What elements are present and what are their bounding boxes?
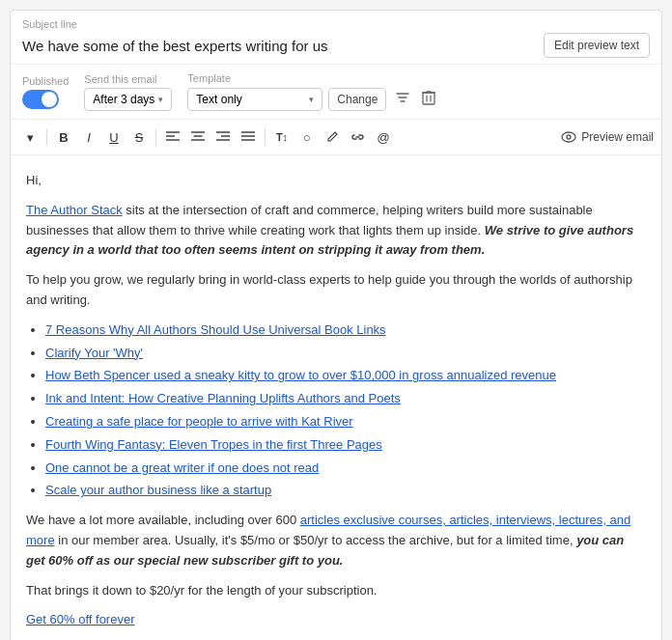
svg-point-2 bbox=[567, 135, 571, 139]
dropdown-arrow-button[interactable]: ▾ bbox=[18, 125, 42, 149]
para3-prefix: We have a lot more available, including … bbox=[26, 513, 300, 527]
editor-toolbar: ▾ B I U S T↕ ○ @ bbox=[11, 120, 661, 155]
article-link[interactable]: 7 Reasons Why All Authors Should Use Uni… bbox=[45, 322, 386, 337]
list-item: Fourth Wing Fantasy: Eleven Tropes in th… bbox=[45, 435, 646, 456]
published-toggle[interactable] bbox=[22, 90, 59, 109]
link-icon bbox=[350, 131, 365, 143]
subject-bar: Subject line We have some of the best ex… bbox=[11, 11, 661, 65]
trash-icon-button[interactable] bbox=[419, 87, 438, 111]
svg-rect-0 bbox=[423, 93, 434, 104]
controls-row: Published Send this email After 3 days ▾… bbox=[11, 65, 661, 120]
pen-button[interactable] bbox=[321, 125, 344, 149]
filter-icon bbox=[395, 90, 410, 105]
filter-icon-button[interactable] bbox=[392, 87, 413, 111]
align-right-button[interactable] bbox=[211, 125, 235, 149]
para2: To help you grow, we regularly bring in … bbox=[26, 270, 646, 311]
send-value: After 3 days bbox=[93, 93, 154, 106]
align-left-button[interactable] bbox=[161, 125, 184, 149]
article-link[interactable]: Clarify Your 'Why' bbox=[45, 346, 143, 360]
published-toggle-wrap bbox=[22, 90, 69, 109]
pen-icon bbox=[325, 130, 339, 144]
circle-button[interactable]: ○ bbox=[295, 125, 319, 149]
list-item: Ink and Intent: How Creative Planning Up… bbox=[45, 389, 646, 409]
published-label: Published bbox=[22, 75, 69, 87]
list-item: 7 Reasons Why All Authors Should Use Uni… bbox=[45, 320, 646, 341]
align-center-button[interactable] bbox=[186, 125, 210, 149]
para3: We have a lot more available, including … bbox=[26, 511, 646, 570]
toolbar-separator bbox=[265, 128, 266, 146]
toolbar-separator bbox=[155, 128, 156, 146]
preview-email-button[interactable]: Preview email bbox=[561, 130, 654, 144]
author-stack-link[interactable]: The Author Stack bbox=[26, 203, 123, 217]
mention-button[interactable]: @ bbox=[372, 125, 395, 149]
email-editor-container: Subject line We have some of the best ex… bbox=[10, 10, 662, 640]
article-link[interactable]: One cannot be a great writer if one does… bbox=[45, 460, 319, 475]
published-group: Published bbox=[22, 75, 69, 109]
underline-button[interactable]: U bbox=[102, 125, 126, 149]
send-select[interactable]: After 3 days ▾ bbox=[84, 88, 172, 111]
italic-button[interactable]: I bbox=[77, 125, 100, 149]
article-link[interactable]: Creating a safe place for people to arri… bbox=[45, 414, 353, 429]
cta-link[interactable]: Get 60% off forever bbox=[26, 612, 135, 626]
strikethrough-button[interactable]: S bbox=[127, 125, 151, 149]
trash-icon bbox=[422, 90, 435, 105]
para4: That brings it down to $20/yr for the le… bbox=[26, 581, 646, 601]
subject-row: We have some of the best experts writing… bbox=[22, 33, 650, 58]
align-justify-icon bbox=[241, 131, 255, 143]
template-row: Text only ▾ Change bbox=[187, 87, 438, 111]
edit-preview-button[interactable]: Edit preview text bbox=[544, 33, 650, 58]
article-list: 7 Reasons Why All Authors Should Use Uni… bbox=[45, 320, 646, 501]
template-value: Text only bbox=[196, 93, 241, 106]
eye-icon bbox=[561, 131, 576, 143]
bold-button[interactable]: B bbox=[52, 125, 75, 149]
align-left-icon bbox=[166, 131, 180, 143]
list-item: Creating a safe place for people to arri… bbox=[45, 412, 646, 432]
align-justify-button[interactable] bbox=[237, 125, 260, 149]
article-link[interactable]: Scale your author business like a startu… bbox=[45, 483, 271, 497]
toolbar-separator bbox=[46, 128, 47, 146]
subject-text: We have some of the best experts writing… bbox=[22, 38, 328, 54]
greeting: Hi, bbox=[26, 171, 646, 191]
align-right-icon bbox=[216, 131, 230, 143]
intro-paragraph: The Author Stack sits at the intersectio… bbox=[26, 201, 646, 261]
chevron-down-icon: ▾ bbox=[309, 95, 314, 104]
editor-area[interactable]: Hi, The Author Stack sits at the interse… bbox=[11, 155, 661, 640]
align-center-icon bbox=[191, 131, 205, 143]
cta-paragraph: Get 60% off forever bbox=[26, 610, 646, 630]
template-label: Template bbox=[187, 72, 438, 84]
article-link[interactable]: How Beth Spencer used a sneaky kitty to … bbox=[45, 368, 556, 382]
article-link[interactable]: Ink and Intent: How Creative Planning Up… bbox=[45, 391, 401, 405]
subject-label: Subject line bbox=[22, 18, 650, 30]
svg-point-1 bbox=[562, 132, 575, 142]
list-item: Clarify Your 'Why' bbox=[45, 344, 646, 364]
template-select[interactable]: Text only ▾ bbox=[187, 88, 322, 111]
link-button[interactable] bbox=[346, 125, 370, 149]
send-label: Send this email bbox=[84, 73, 172, 85]
list-item: Scale your author business like a startu… bbox=[45, 481, 646, 501]
preview-email-label: Preview email bbox=[581, 130, 654, 144]
list-item: How Beth Spencer used a sneaky kitty to … bbox=[45, 366, 646, 386]
send-group: Send this email After 3 days ▾ bbox=[84, 73, 172, 111]
text-size-button[interactable]: T↕ bbox=[270, 125, 294, 149]
article-link[interactable]: Fourth Wing Fantasy: Eleven Tropes in th… bbox=[45, 437, 382, 452]
para3-suffix: in our member area. Usually, it's $5/mo … bbox=[55, 533, 577, 547]
change-button[interactable]: Change bbox=[328, 88, 386, 111]
list-item: One cannot be a great writer if one does… bbox=[45, 459, 646, 479]
template-group: Template Text only ▾ Change bbox=[187, 72, 438, 111]
chevron-down-icon: ▾ bbox=[158, 95, 163, 104]
